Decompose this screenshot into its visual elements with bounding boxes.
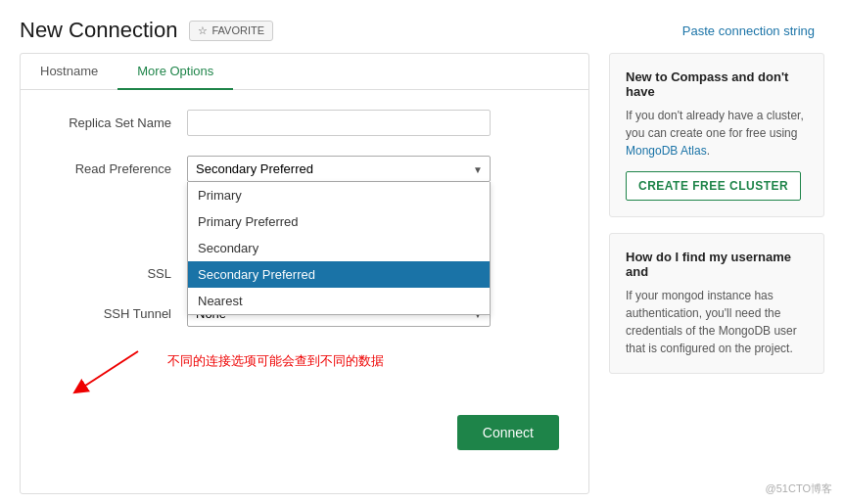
favorite-label: FAVORITE: [211, 24, 264, 36]
info-card2-text: If your mongod instance has authenticati…: [626, 287, 808, 357]
info-card-title: New to Compass and don't have: [626, 69, 808, 99]
read-preference-select[interactable]: Secondary Preferred: [187, 156, 491, 182]
paste-connection-link[interactable]: Paste connection string: [682, 23, 815, 38]
connection-form-panel: Hostname More Options Replica Set Name R…: [20, 53, 589, 494]
arrow-annotation-svg: [50, 346, 167, 395]
ssl-label: SSL: [50, 260, 187, 281]
replica-set-input[interactable]: [187, 110, 491, 136]
dropdown-item-primary[interactable]: Primary: [188, 182, 490, 208]
right-info-panel: New to Compass and don't have If you don…: [609, 53, 824, 494]
watermark: @51CTO博客: [766, 481, 832, 496]
tab-hostname[interactable]: Hostname: [21, 54, 117, 90]
create-free-cluster-button[interactable]: CREATE FREE CLUSTER: [626, 171, 801, 201]
read-preference-dropdown: Primary Primary Preferred Secondary Seco…: [187, 182, 491, 315]
dropdown-item-primary-preferred[interactable]: Primary Preferred: [188, 208, 490, 235]
tab-more-options[interactable]: More Options: [117, 54, 233, 90]
star-icon: ☆: [198, 24, 208, 37]
dropdown-item-secondary-preferred[interactable]: Secondary Preferred: [188, 261, 490, 288]
page-title: New Connection: [20, 18, 177, 43]
tab-bar: Hostname More Options: [21, 54, 588, 90]
info-card2-title: How do I find my username and: [626, 250, 808, 279]
read-preference-select-wrapper[interactable]: Secondary Preferred ▼ Primary Primary Pr…: [187, 156, 491, 182]
connect-button[interactable]: Connect: [457, 415, 559, 450]
favorite-button[interactable]: ☆ FAVORITE: [189, 21, 273, 41]
dropdown-item-secondary[interactable]: Secondary: [188, 235, 490, 261]
info-card-credentials: How do I find my username and If your mo…: [609, 233, 824, 374]
info-card-text: If you don't already have a cluster, you…: [626, 107, 808, 160]
info-card-cluster: New to Compass and don't have If you don…: [609, 53, 824, 217]
svg-line-1: [79, 351, 138, 389]
dropdown-item-nearest[interactable]: Nearest: [188, 288, 490, 314]
annotation-text: 不同的连接选项可能会查到不同的数据: [167, 352, 384, 370]
replica-set-label: Replica Set Name: [50, 110, 187, 130]
ssh-tunnel-label: SSH Tunnel: [50, 300, 187, 321]
mongodb-atlas-link[interactable]: MongoDB Atlas: [626, 144, 707, 158]
read-preference-label: Read Preference: [50, 156, 187, 176]
